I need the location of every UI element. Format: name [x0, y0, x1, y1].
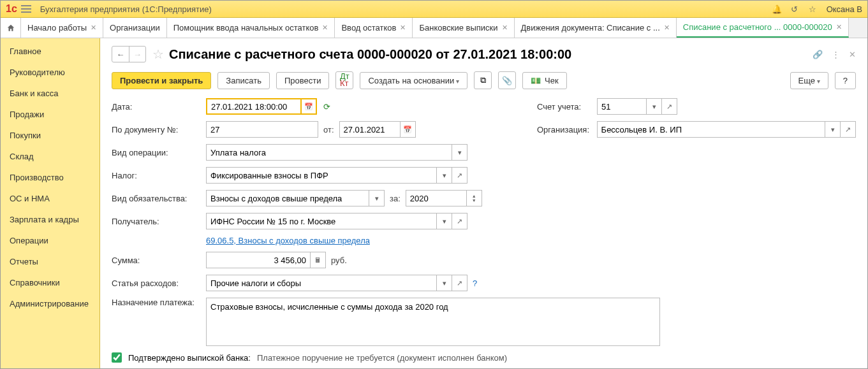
close-icon[interactable]: ✕	[502, 24, 508, 32]
tax-label: Налог:	[112, 171, 206, 180]
spinner-icon[interactable]: ▲▼	[467, 190, 482, 206]
tab-writeoff[interactable]: Списание с расчетного ... 0000-000020✕	[677, 18, 849, 38]
sidebar-item-ops[interactable]: Операции	[1, 230, 99, 251]
confirmed-label: Подтверждено выпиской банка:	[128, 353, 251, 363]
sum-label: Сумма:	[112, 256, 206, 265]
org-label: Организация:	[537, 125, 597, 134]
tax-field[interactable]	[206, 167, 437, 184]
post-button[interactable]: Провести	[276, 72, 330, 89]
chevron-down-icon[interactable]: ▾	[452, 144, 467, 161]
org-field[interactable]	[597, 121, 826, 138]
year-field[interactable]	[406, 190, 467, 206]
obligation-field[interactable]	[206, 190, 369, 206]
cheque-button[interactable]: 💵Чек	[522, 72, 567, 89]
confirmed-checkbox[interactable]	[112, 352, 122, 363]
optype-field[interactable]	[206, 144, 452, 161]
sidebar-item-bank[interactable]: Банк и касса	[1, 83, 99, 104]
purpose-label: Назначение платежа:	[112, 298, 206, 307]
chevron-down-icon[interactable]: ▾	[437, 275, 452, 291]
recipient-label: Получатель:	[112, 217, 206, 226]
tab-bank[interactable]: Банковские выписки✕	[413, 18, 514, 38]
close-icon[interactable]: ✕	[322, 24, 328, 32]
account-label: Счет учета:	[537, 102, 597, 112]
structure-icon[interactable]: ⧉	[474, 71, 492, 89]
sidebar-item-assets[interactable]: ОС и НМА	[1, 188, 99, 209]
tab-wizard[interactable]: Помощник ввода начальных остатков✕	[167, 18, 335, 38]
more-button[interactable]: Еще	[790, 72, 828, 89]
chevron-down-icon[interactable]: ▾	[437, 167, 452, 184]
open-icon[interactable]: ↗	[452, 213, 467, 229]
chevron-down-icon[interactable]: ▾	[825, 121, 841, 138]
obligation-label: Вид обязательства:	[112, 194, 206, 203]
sidebar-item-dicts[interactable]: Справочники	[1, 272, 99, 293]
sidebar-item-reports[interactable]: Отчеты	[1, 251, 99, 272]
refresh-icon[interactable]: ⟳	[323, 102, 330, 112]
page-title: Списание с расчетного счета 0000-000020 …	[169, 47, 813, 62]
sidebar-item-purchases[interactable]: Покупки	[1, 125, 99, 146]
sidebar-item-manager[interactable]: Руководителю	[1, 62, 99, 83]
docnum-label: По документу №:	[112, 125, 206, 134]
rub-label: руб.	[331, 256, 347, 265]
favorite-icon[interactable]: ☆	[152, 47, 164, 62]
docnum-field[interactable]	[206, 121, 318, 138]
user-name[interactable]: Оксана В	[827, 4, 862, 14]
tab-start[interactable]: Начало работы✕	[21, 18, 103, 38]
tab-moves[interactable]: Движения документа: Списание с ...✕	[515, 18, 677, 38]
expense-label: Статья расходов:	[112, 279, 206, 288]
back-button[interactable]: ←	[112, 47, 129, 62]
nopayment-text: Платежное поручение не требуется (докуме…	[257, 353, 507, 363]
burger-icon[interactable]	[21, 5, 31, 13]
calendar-icon[interactable]: 📅	[302, 98, 317, 115]
sidebar-item-sales[interactable]: Продажи	[1, 104, 99, 125]
close-icon[interactable]: ✕	[91, 24, 96, 32]
help-button[interactable]: ?	[835, 72, 856, 89]
open-icon[interactable]: ↗	[452, 275, 467, 291]
close-icon[interactable]: ✕	[836, 23, 842, 31]
docdate-field[interactable]	[339, 121, 401, 138]
sidebar-item-prod[interactable]: Производство	[1, 167, 99, 188]
open-icon[interactable]: ↗	[452, 167, 467, 184]
chevron-down-icon[interactable]: ▾	[369, 190, 385, 206]
kbk-link[interactable]: 69.06.5, Взносы с доходов свыше предела	[206, 236, 370, 245]
calc-icon[interactable]: 🖩	[311, 252, 326, 268]
recipient-field[interactable]	[206, 213, 437, 229]
more-icon[interactable]: ⋮	[832, 50, 840, 59]
expense-field[interactable]	[206, 275, 437, 291]
purpose-field[interactable]	[206, 298, 660, 346]
history-icon[interactable]: ↺	[788, 3, 801, 15]
forward-button: →	[129, 47, 145, 62]
sum-field[interactable]	[206, 252, 311, 268]
attach-icon[interactable]: 📎	[498, 71, 516, 89]
write-button[interactable]: Записать	[217, 72, 270, 89]
post-and-close-button[interactable]: Провести и закрыть	[112, 72, 211, 89]
bell-icon[interactable]: 🔔	[770, 3, 783, 15]
account-field[interactable]	[597, 98, 647, 115]
window-title: Бухгалтерия предприятия (1С:Предприятие)	[40, 4, 768, 14]
date-label: Дата:	[112, 102, 206, 112]
star-icon[interactable]: ☆	[806, 3, 819, 15]
date-field[interactable]	[206, 98, 302, 115]
tab-orgs[interactable]: Организации	[103, 18, 167, 38]
help-icon[interactable]: ?	[473, 279, 477, 288]
dtkt-button[interactable]: ДтКт	[335, 71, 353, 89]
tab-strip: Начало работы✕ Организации Помощник ввод…	[1, 18, 867, 38]
open-icon[interactable]: ↗	[662, 98, 677, 115]
open-icon[interactable]: ↗	[841, 121, 856, 138]
link-icon[interactable]: 🔗	[813, 50, 823, 59]
home-tab[interactable]	[1, 18, 21, 38]
sidebar-item-admin[interactable]: Администрирование	[1, 293, 99, 314]
za-label: за:	[390, 194, 401, 203]
close-icon[interactable]: ✕	[400, 24, 406, 32]
chevron-down-icon[interactable]: ▾	[437, 213, 452, 229]
tab-entry[interactable]: Ввод остатков✕	[335, 18, 413, 38]
create-based-button[interactable]: Создать на основании	[360, 72, 467, 89]
sidebar-item-stock[interactable]: Склад	[1, 146, 99, 167]
optype-label: Вид операции:	[112, 148, 206, 157]
calendar-icon[interactable]: 📅	[401, 121, 416, 138]
close-icon[interactable]: ✕	[664, 24, 670, 32]
sidebar: Главное Руководителю Банк и касса Продаж…	[1, 38, 100, 368]
close-icon[interactable]: ✕	[849, 50, 856, 59]
chevron-down-icon[interactable]: ▾	[647, 98, 662, 115]
sidebar-item-salary[interactable]: Зарплата и кадры	[1, 209, 99, 230]
sidebar-item-main[interactable]: Главное	[1, 41, 99, 62]
